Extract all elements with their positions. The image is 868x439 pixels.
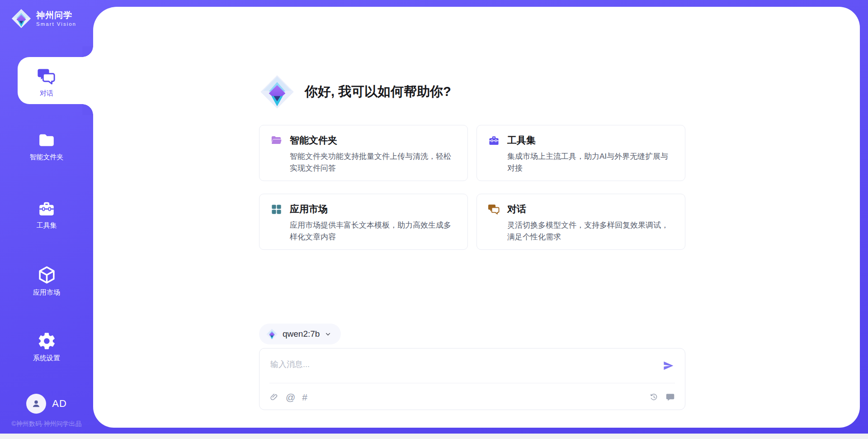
clock-history-icon bbox=[649, 392, 659, 402]
main-panel: 你好, 我可以如何帮助你? 智能文件夹 智能文件夹功能支持批量文件上传与清洗，轻… bbox=[93, 7, 860, 428]
history-button[interactable] bbox=[649, 392, 659, 402]
chat-bubble-icon bbox=[665, 392, 675, 402]
gear-icon bbox=[37, 331, 57, 351]
greeting: 你好, 我可以如何帮助你? bbox=[259, 74, 451, 110]
card-description: 灵活切换多模型文件，支持多样回复效果调试，满足个性化需求 bbox=[507, 220, 673, 243]
card-description: 智能文件夹功能支持批量文件上传与清洗，轻松实现文件问答 bbox=[290, 151, 456, 174]
shortcut-cards: 智能文件夹 智能文件夹功能支持批量文件上传与清洗，轻松实现文件问答 工具集 集成… bbox=[259, 125, 685, 250]
sidebar-item-label: 工具集 bbox=[0, 221, 93, 230]
sidebar-item-smart-folder[interactable]: 智能文件夹 bbox=[0, 132, 93, 162]
toolbox-icon bbox=[488, 134, 500, 147]
card-title: 工具集 bbox=[507, 134, 536, 147]
composer-toolbar: @ # bbox=[269, 389, 675, 405]
card-title: 智能文件夹 bbox=[290, 134, 337, 147]
diamond-logo-icon bbox=[259, 74, 295, 110]
chevron-down-icon bbox=[324, 330, 332, 338]
person-icon bbox=[30, 398, 42, 410]
folder-icon bbox=[38, 132, 56, 150]
hash-symbol: # bbox=[302, 392, 307, 402]
paperclip-icon bbox=[269, 392, 279, 402]
message-input[interactable] bbox=[270, 354, 632, 379]
feedback-button[interactable] bbox=[665, 392, 675, 402]
brand-logo-icon bbox=[11, 8, 32, 29]
user-account[interactable]: AD bbox=[0, 394, 93, 414]
chat-bubbles-icon bbox=[488, 203, 500, 215]
horizontal-scrollbar[interactable] bbox=[0, 434, 868, 439]
card-toolset[interactable]: 工具集 集成市场上主流工具，助力AI与外界无缝扩展与对接 bbox=[476, 125, 685, 181]
brand: 神州问学 Smart Vision bbox=[11, 8, 76, 29]
model-selector[interactable]: qwen2:7b bbox=[259, 324, 341, 344]
composer-divider bbox=[269, 383, 675, 383]
brand-text: 神州问学 Smart Vision bbox=[36, 10, 76, 27]
sidebar-item-label: 系统设置 bbox=[0, 354, 93, 363]
sidebar-item-label: 对话 bbox=[0, 89, 93, 98]
card-app-market[interactable]: 应用市场 应用市场提供丰富长文本模板，助力高效生成多样化文章内容 bbox=[259, 194, 468, 250]
at-symbol: @ bbox=[286, 392, 295, 402]
topic-button[interactable]: # bbox=[302, 392, 307, 402]
sidebar-item-settings[interactable]: 系统设置 bbox=[0, 331, 93, 363]
card-description: 集成市场上主流工具，助力AI与外界无缝扩展与对接 bbox=[507, 151, 673, 174]
card-description: 应用市场提供丰富长文本模板，助力高效生成多样化文章内容 bbox=[290, 220, 456, 243]
greeting-text: 你好, 我可以如何帮助你? bbox=[305, 83, 451, 101]
app-root: 你好, 我可以如何帮助你? 智能文件夹 智能文件夹功能支持批量文件上传与清洗，轻… bbox=[0, 0, 868, 439]
sidebar-item-label: 智能文件夹 bbox=[0, 153, 93, 162]
tab-fillet-bottom-icon bbox=[82, 104, 93, 115]
folder-open-icon bbox=[270, 134, 283, 147]
avatar bbox=[26, 394, 46, 414]
grid-icon bbox=[270, 203, 283, 215]
sidebar-item-chat[interactable]: 对话 bbox=[0, 67, 93, 98]
sidebar-item-label: 应用市场 bbox=[0, 288, 93, 297]
toolbox-icon bbox=[37, 199, 56, 218]
card-smart-folder[interactable]: 智能文件夹 智能文件夹功能支持批量文件上传与清洗，轻松实现文件问答 bbox=[259, 125, 468, 181]
send-button[interactable] bbox=[662, 359, 675, 373]
card-title: 应用市场 bbox=[290, 203, 328, 215]
paper-plane-icon bbox=[663, 360, 675, 372]
tab-fillet-top-icon bbox=[82, 46, 93, 57]
copyright-text: ©神州数码·神州问学出品 bbox=[0, 420, 93, 428]
mention-button[interactable]: @ bbox=[286, 392, 295, 402]
card-chat[interactable]: 对话 灵活切换多模型文件，支持多样回复效果调试，满足个性化需求 bbox=[476, 194, 685, 250]
diamond-logo-icon bbox=[266, 328, 278, 340]
attach-button[interactable] bbox=[269, 392, 279, 402]
model-name: qwen2:7b bbox=[283, 329, 320, 339]
brand-subtitle: Smart Vision bbox=[36, 21, 76, 27]
card-title: 对话 bbox=[507, 203, 526, 215]
sidebar-item-toolset[interactable]: 工具集 bbox=[0, 199, 93, 230]
brand-name: 神州问学 bbox=[36, 10, 76, 20]
message-composer: @ # bbox=[259, 348, 685, 410]
chat-bubbles-icon bbox=[37, 67, 56, 86]
sidebar-item-app-market[interactable]: 应用市场 bbox=[0, 265, 93, 297]
sidebar: 神州问学 Smart Vision 对话 智能文件夹 工具集 应用市场 系统设置 bbox=[0, 0, 93, 439]
user-name: AD bbox=[52, 398, 67, 410]
cube-icon bbox=[37, 265, 57, 285]
